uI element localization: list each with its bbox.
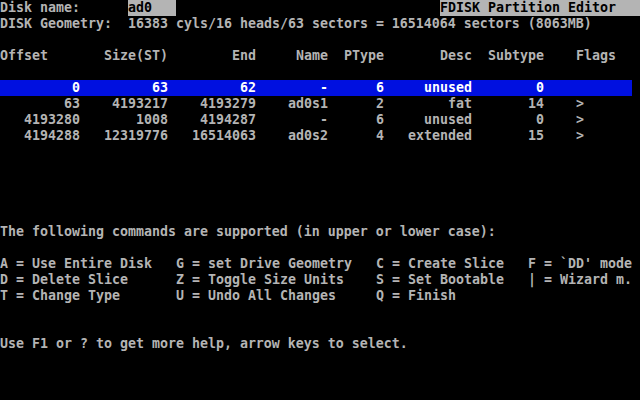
cell-desc: extended xyxy=(392,128,472,144)
cell-name: ad0s2 xyxy=(264,128,328,144)
command-finish: Q = Finish xyxy=(376,288,456,304)
cell-end: 4194287 xyxy=(176,112,256,128)
cell-end: 4193279 xyxy=(176,96,256,112)
column-header-end: End xyxy=(232,48,256,64)
cell-size: 1008 xyxy=(88,112,168,128)
cell-ptype: 6 xyxy=(336,112,384,128)
command-undo-all-changes: U = Undo All Changes xyxy=(176,288,336,304)
cell-subtype: 0 xyxy=(480,80,544,96)
command-use-entire-disk: A = Use Entire Disk xyxy=(0,256,152,272)
disk-geometry-line: DISK Geometry: 16383 cyls/16 heads/63 se… xyxy=(0,16,640,32)
cell-name: - xyxy=(264,112,328,128)
cell-flags xyxy=(576,80,624,96)
command-wizard-mode: | = Wizard m. xyxy=(528,272,632,288)
column-header-size: Size(ST) xyxy=(104,48,168,64)
cell-end: 16514063 xyxy=(176,128,256,144)
disk-name-label: Disk name: xyxy=(0,0,80,16)
cell-desc: unused xyxy=(392,112,472,128)
cell-ptype: 2 xyxy=(336,96,384,112)
command-dd-mode: F = `DD' mode xyxy=(528,256,632,272)
table-row[interactable]: 63 4193217 4193279 ad0s1 2 fat 14 > xyxy=(0,96,640,112)
table-header-row: Offset Size(ST) End Name PType Desc Subt… xyxy=(0,48,640,64)
cell-size: 12319776 xyxy=(88,128,168,144)
cell-name: ad0s1 xyxy=(264,96,328,112)
command-delete-slice: D = Delete Slice xyxy=(0,272,128,288)
cell-ptype: 6 xyxy=(336,80,384,96)
fdisk-partition-editor-screen: Disk name: ad0 FDISK Partition Editor DI… xyxy=(0,0,640,400)
command-toggle-size-units: Z = Toggle Size Units xyxy=(176,272,344,288)
column-header-subtype: Subtype xyxy=(488,48,544,64)
cell-desc: unused xyxy=(392,80,472,96)
command-create-slice: C = Create Slice xyxy=(376,256,504,272)
command-help-line: T = Change Type U = Undo All Changes Q =… xyxy=(0,288,640,304)
disk-name-line: Disk name: ad0 FDISK Partition Editor xyxy=(0,0,640,16)
cell-subtype: 15 xyxy=(480,128,544,144)
cell-desc: fat xyxy=(392,96,472,112)
cell-offset: 4194288 xyxy=(0,128,80,144)
column-header-flags: Flags xyxy=(576,48,616,64)
footer-help-line: Use F1 or ? to get more help, arrow keys… xyxy=(0,336,640,352)
command-help-line: D = Delete Slice Z = Toggle Size Units S… xyxy=(0,272,640,288)
page-title: FDISK Partition Editor xyxy=(440,0,640,16)
cell-offset: 63 xyxy=(0,96,80,112)
table-row[interactable]: 4193280 1008 4194287 - 6 unused 0 > xyxy=(0,112,640,128)
disk-name-value: ad0 xyxy=(128,0,176,16)
table-row[interactable]: 0 63 62 - 6 unused 0 xyxy=(0,80,632,96)
column-header-name: Name xyxy=(296,48,328,64)
commands-intro-line: The following commands are supported (in… xyxy=(0,224,640,240)
cell-flags: > xyxy=(576,96,624,112)
column-header-ptype: PType xyxy=(344,48,384,64)
cell-offset: 4193280 xyxy=(0,112,80,128)
disk-geometry-label: DISK Geometry: xyxy=(0,16,112,32)
disk-geometry-value: 16383 cyls/16 heads/63 sectors = 1651406… xyxy=(128,16,592,32)
table-row[interactable]: 4194288 12319776 16514063 ad0s2 4 extend… xyxy=(0,128,640,144)
cell-size: 63 xyxy=(88,80,168,96)
cell-ptype: 4 xyxy=(336,128,384,144)
command-change-type: T = Change Type xyxy=(0,288,120,304)
column-header-offset: Offset xyxy=(0,48,48,64)
cell-subtype: 14 xyxy=(480,96,544,112)
cell-subtype: 0 xyxy=(480,112,544,128)
cell-offset: 0 xyxy=(0,80,80,96)
cell-flags: > xyxy=(576,128,624,144)
commands-intro: The following commands are supported (in… xyxy=(0,224,496,240)
cell-flags: > xyxy=(576,112,624,128)
column-header-desc: Desc xyxy=(440,48,472,64)
command-set-drive-geometry: G = set Drive Geometry xyxy=(176,256,352,272)
cell-size: 4193217 xyxy=(88,96,168,112)
cell-end: 62 xyxy=(176,80,256,96)
command-set-bootable: S = Set Bootable xyxy=(376,272,504,288)
footer-help-text: Use F1 or ? to get more help, arrow keys… xyxy=(0,336,408,352)
cell-name: - xyxy=(264,80,328,96)
command-help-line: A = Use Entire Disk G = set Drive Geomet… xyxy=(0,256,640,272)
